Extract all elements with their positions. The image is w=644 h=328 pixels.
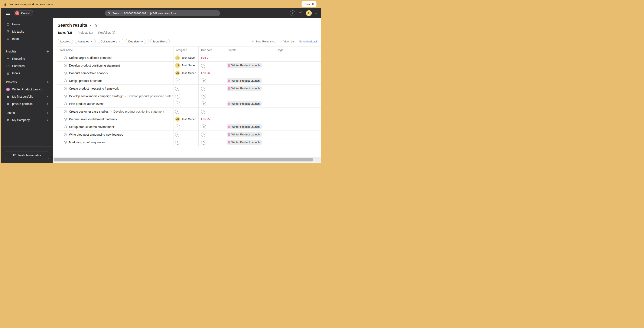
turn-off-button[interactable]: Turn off [302, 1, 316, 7]
task-name[interactable]: Marketing email sequences [69, 141, 105, 144]
project-chip[interactable]: Winter Product Launch [227, 101, 262, 106]
task-check-icon[interactable] [64, 102, 67, 106]
tab-projects[interactable]: Projects (1) [77, 30, 93, 37]
task-name[interactable]: Conduct competitive analysis [69, 72, 108, 75]
task-check-icon[interactable] [64, 110, 67, 113]
table-row[interactable]: Prepare sales enablement materials JSJos… [57, 115, 321, 123]
projects-cell[interactable]: Winter Product Launch [224, 77, 275, 85]
help-button[interactable]: ? [290, 11, 295, 16]
project-chip[interactable]: Winter Product Launch [227, 140, 262, 145]
task-name[interactable]: Write blog post announcing new features [69, 133, 123, 136]
empty-due-date-icon[interactable] [201, 63, 206, 68]
column-header-due-date[interactable]: Due date [198, 47, 224, 54]
projects-cell[interactable] [224, 108, 275, 115]
empty-assignee-icon[interactable] [175, 132, 180, 137]
search-input[interactable] [112, 12, 218, 15]
column-header-projects[interactable]: Projects [224, 47, 275, 54]
star-favorite-icon[interactable] [94, 24, 98, 27]
sidebar-item-private-portfolio[interactable]: private portfolio [1, 100, 53, 108]
projects-cell[interactable]: Winter Product Launch [224, 138, 275, 146]
table-row[interactable]: Marketing email sequences Winter Product… [57, 138, 321, 146]
horizontal-scrollbar-track[interactable] [53, 157, 321, 163]
due-date-cell[interactable] [198, 108, 224, 115]
tab-portfolios[interactable]: Portfolios (2) [98, 30, 115, 37]
empty-assignee-icon[interactable] [175, 124, 180, 129]
assignee-cell[interactable]: JSJosh Super [174, 69, 198, 77]
sidebar-item-my-first-portfolio[interactable]: My first portfolio [1, 93, 53, 100]
task-name[interactable]: Set up product demo environment [69, 125, 114, 129]
projects-cell[interactable]: Winter Product Launch [224, 123, 275, 131]
filter-more[interactable]: More filters [150, 39, 170, 44]
empty-assignee-icon[interactable] [175, 78, 180, 83]
table-row[interactable]: Plan product launch event Winter Product… [57, 100, 321, 108]
filter-due-date[interactable]: Due date [126, 39, 146, 44]
due-date-cell[interactable]: Feb 26 [198, 69, 224, 77]
search-bar[interactable] [105, 10, 220, 16]
table-row[interactable]: Create product messaging framework Winte… [57, 85, 321, 92]
due-date-cell[interactable]: Feb 27 [198, 54, 224, 61]
due-date-cell[interactable] [198, 62, 224, 69]
invite-teammates-button[interactable]: Invite teammates [5, 151, 49, 159]
sidebar-item-inbox[interactable]: Inbox [1, 35, 53, 43]
due-date-cell[interactable] [198, 85, 224, 92]
task-name[interactable]: Create customer case studies [69, 110, 108, 113]
task-check-icon[interactable] [64, 95, 67, 98]
project-chip[interactable]: Winter Product Launch [227, 63, 262, 68]
assignee-cell[interactable] [174, 138, 198, 146]
filter-collaborators[interactable]: Collaborators [98, 39, 124, 44]
task-name[interactable]: Design product brochure [69, 79, 102, 83]
tags-cell[interactable] [275, 85, 313, 92]
column-header-tags[interactable]: Tags [275, 47, 313, 54]
task-name[interactable]: Define target audience personas [69, 56, 112, 60]
tags-cell[interactable] [275, 69, 313, 77]
empty-assignee-icon[interactable] [175, 86, 180, 91]
empty-due-date-icon[interactable] [201, 140, 206, 145]
project-chip[interactable]: Winter Product Launch [227, 124, 262, 129]
empty-due-date-icon[interactable] [201, 78, 206, 83]
empty-assignee-icon[interactable] [175, 101, 180, 106]
add-team-icon[interactable] [46, 111, 49, 115]
due-date-cell[interactable] [198, 123, 224, 131]
horizontal-scrollbar-thumb[interactable] [54, 158, 313, 161]
tags-cell[interactable] [275, 115, 313, 123]
task-check-icon[interactable] [64, 72, 67, 75]
task-check-icon[interactable] [64, 79, 67, 83]
assignee-cell[interactable]: JSJosh Super [174, 62, 198, 69]
projects-cell[interactable] [224, 54, 275, 61]
assignee-cell[interactable] [174, 131, 198, 138]
project-chip[interactable]: Winter Product Launch [227, 132, 262, 137]
tags-cell[interactable] [275, 138, 313, 146]
empty-due-date-icon[interactable] [201, 101, 206, 106]
task-name[interactable]: Develop social media campaign strategy [69, 95, 122, 98]
projects-cell[interactable] [224, 69, 275, 77]
table-row[interactable]: Set up product demo environment Winter P… [57, 123, 321, 131]
filter-assignee[interactable]: Assignee [75, 39, 96, 44]
table-row[interactable]: Design product brochure Winter Product L… [57, 77, 321, 85]
task-name[interactable]: Create product messaging framework [69, 87, 119, 90]
sidebar-item-my-tasks[interactable]: My tasks [1, 28, 53, 35]
tags-cell[interactable] [275, 77, 313, 85]
add-insights-icon[interactable] [46, 50, 49, 53]
task-name[interactable]: Prepare sales enablement materials [69, 118, 117, 121]
projects-cell[interactable]: Winter Product Launch [224, 85, 275, 92]
table-row[interactable]: Define target audience personas JSJosh S… [57, 54, 321, 62]
chevron-right-icon[interactable] [46, 119, 49, 122]
assignee-cell[interactable] [174, 123, 198, 131]
assignee-cell[interactable] [174, 92, 198, 100]
sidebar-item-my-company[interactable]: My Company [1, 116, 53, 124]
send-feedback-link[interactable]: Send feedback [299, 40, 318, 43]
tags-cell[interactable] [275, 131, 313, 138]
assignee-cell[interactable] [174, 108, 198, 115]
task-check-icon[interactable] [64, 125, 67, 129]
empty-assignee-icon[interactable] [175, 109, 180, 114]
projects-cell[interactable]: Winter Product Launch [224, 62, 275, 69]
task-check-icon[interactable] [64, 118, 67, 121]
assignee-cell[interactable] [174, 100, 198, 108]
empty-due-date-icon[interactable] [201, 132, 206, 137]
empty-due-date-icon[interactable] [201, 86, 206, 91]
task-check-icon[interactable] [64, 133, 67, 136]
tags-cell[interactable] [275, 100, 313, 108]
due-date-cell[interactable] [198, 100, 224, 108]
task-check-icon[interactable] [64, 64, 67, 67]
projects-cell[interactable]: Winter Product Launch [224, 100, 275, 108]
